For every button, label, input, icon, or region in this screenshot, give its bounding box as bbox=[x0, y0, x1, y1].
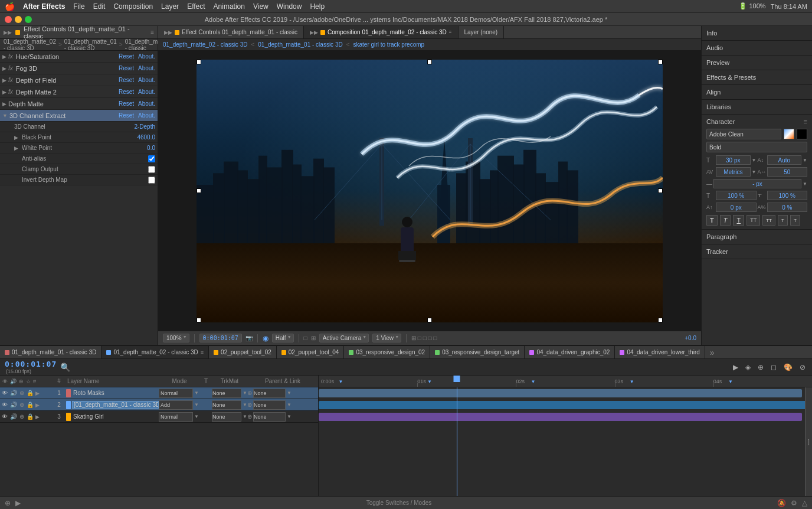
subscript-button[interactable]: T bbox=[790, 215, 800, 226]
comp-tab-composition[interactable]: ▶▶ Composition 01_depth_matte_02 - class… bbox=[304, 26, 458, 38]
timeline-tab-3[interactable]: 02_puppet_tool_02 bbox=[209, 346, 277, 358]
about-dm2[interactable]: About. bbox=[138, 89, 155, 95]
black-point-value[interactable]: 4600.0 bbox=[137, 134, 155, 141]
zoom-button[interactable]: 100% bbox=[163, 334, 189, 342]
tsume-value[interactable]: 0 % bbox=[767, 203, 808, 212]
layout-button[interactable]: 1 View bbox=[372, 334, 401, 342]
layer-1-audio[interactable]: 🔊 bbox=[9, 390, 18, 396]
expand-arrow-dm[interactable]: ▶ bbox=[2, 101, 6, 107]
menu-effect[interactable]: Effect bbox=[187, 2, 205, 11]
vertical-scale-value[interactable]: 100 % bbox=[716, 191, 757, 200]
channel-value[interactable]: 2-Depth bbox=[134, 123, 155, 130]
superscript-button[interactable]: T bbox=[778, 215, 788, 226]
paragraph-section[interactable]: Paragraph bbox=[702, 230, 812, 244]
comp-nav-item3[interactable]: skater girl to track precomp bbox=[353, 41, 425, 48]
invert-depth-checkbox[interactable] bbox=[148, 177, 155, 184]
caps-button[interactable]: TT bbox=[746, 215, 760, 226]
handle-tr[interactable] bbox=[658, 60, 663, 64]
layer-2-bar[interactable] bbox=[319, 401, 812, 409]
layer-2-solo[interactable]: ⊕ bbox=[19, 402, 25, 408]
timeline-tab-2[interactable]: 01_depth_matte_02 - classic 3D ≡ bbox=[102, 346, 209, 358]
layer-3-audio[interactable]: 🔊 bbox=[9, 413, 18, 420]
layer-2-lock[interactable]: 🔒 bbox=[26, 402, 34, 408]
layer-2-audio[interactable]: 🔊 bbox=[9, 402, 18, 408]
timeline-tab-7[interactable]: 04_data_driven_graphic_02 bbox=[525, 346, 615, 358]
anti-alias-checkbox[interactable] bbox=[148, 155, 155, 162]
menu-layer[interactable]: Layer bbox=[161, 2, 179, 11]
white-point-value[interactable]: 0.0 bbox=[147, 145, 155, 151]
about-fog[interactable]: About. bbox=[138, 65, 155, 71]
effect-3d-channel-extract[interactable]: ▼ 3D Channel Extract Reset About. bbox=[0, 110, 158, 122]
menu-animation[interactable]: Animation bbox=[214, 2, 245, 11]
font-size-value[interactable]: 30 px bbox=[716, 155, 751, 165]
layer-3-tikmat-select[interactable]: None bbox=[212, 412, 241, 422]
align-section[interactable]: Align bbox=[702, 85, 812, 100]
about-3dce[interactable]: About. bbox=[138, 112, 155, 119]
handle-tl[interactable] bbox=[197, 60, 201, 64]
playhead-line[interactable] bbox=[457, 387, 457, 496]
comp-tab-controls[interactable]: ▶▶ Effect Controls 01_depth_matte_01 - c… bbox=[158, 26, 304, 38]
about-dm[interactable]: About. bbox=[138, 100, 155, 107]
current-time[interactable]: 0:00:01:07 bbox=[5, 360, 57, 368]
reset-dof[interactable]: Reset bbox=[119, 77, 134, 83]
window-controls[interactable] bbox=[5, 16, 32, 23]
handle-mr[interactable] bbox=[658, 188, 663, 193]
layer-2-expand[interactable]: ▶ bbox=[35, 402, 40, 408]
reset-hue[interactable]: Reset bbox=[119, 53, 134, 60]
timeline-tab-6[interactable]: 03_responsive_design_target bbox=[430, 346, 525, 358]
layer-1-parent-select[interactable]: None bbox=[253, 389, 286, 398]
apple-menu[interactable]: 🍎 bbox=[5, 2, 15, 11]
expand-arrow-3dce[interactable]: ▼ bbox=[2, 113, 8, 119]
bold-button[interactable]: T bbox=[706, 215, 718, 226]
camera-view-button[interactable]: Active Camera bbox=[319, 334, 369, 342]
playback-icon[interactable]: ▶ bbox=[15, 499, 21, 507]
preview-btn-4[interactable]: ◻ bbox=[769, 363, 778, 371]
layer-1-lock[interactable]: 🔒 bbox=[26, 390, 34, 396]
layer-2-mode-select[interactable]: Add bbox=[159, 400, 193, 410]
layer-3-lock[interactable]: 🔒 bbox=[26, 413, 34, 420]
layer-3-bar[interactable] bbox=[319, 413, 802, 421]
reset-fog[interactable]: Reset bbox=[119, 65, 134, 71]
expand-arrow-fog[interactable]: ▶ bbox=[2, 66, 6, 71]
expand-arrow-dof[interactable]: ▶ bbox=[2, 77, 6, 83]
reset-dm[interactable]: Reset bbox=[119, 100, 134, 107]
preview-btn-2[interactable]: ◈ bbox=[744, 363, 752, 371]
effect-hue-saturation[interactable]: ▶ fx Hue/Saturation Reset About. bbox=[0, 51, 158, 63]
handle-ml[interactable] bbox=[197, 188, 201, 193]
kerning-value[interactable]: Metrics bbox=[716, 167, 751, 177]
composition-viewer[interactable] bbox=[158, 51, 701, 331]
audio-section[interactable]: Audio bbox=[702, 41, 812, 56]
search-icon[interactable]: 🔍 bbox=[60, 363, 70, 372]
info-section[interactable]: Info bbox=[702, 26, 812, 41]
reset-dm2[interactable]: Reset bbox=[119, 89, 134, 95]
preview-btn-6[interactable]: ⊘ bbox=[798, 363, 807, 371]
preview-btn-5[interactable]: 🎨 bbox=[782, 363, 794, 371]
expand-arrow[interactable]: ▶ bbox=[2, 54, 6, 60]
tracker-section[interactable]: Tracker bbox=[702, 244, 812, 259]
underline-button[interactable]: T bbox=[733, 215, 744, 226]
menu-edit[interactable]: Edit bbox=[93, 2, 106, 11]
more-tabs-button[interactable]: » bbox=[705, 348, 719, 357]
layer-3-mode-select[interactable]: Normal bbox=[159, 412, 193, 422]
layer-3-parent-select[interactable]: None bbox=[253, 412, 286, 422]
layer-3-vis[interactable]: 👁 bbox=[1, 413, 8, 420]
maximize-button[interactable] bbox=[25, 16, 32, 23]
timeline-tab-8[interactable]: 04_data_driven_lower_third bbox=[615, 346, 705, 358]
expand-wp[interactable]: ▶ bbox=[14, 145, 18, 151]
menu-file[interactable]: File bbox=[73, 2, 84, 11]
comp-nav-item1[interactable]: 01_depth_matte_02 - classic 3D bbox=[163, 41, 247, 48]
about-hue[interactable]: About. bbox=[138, 53, 155, 60]
effect-depth-matte[interactable]: ▶ Depth Matte Reset About. bbox=[0, 98, 158, 110]
breadcrumb-item-1[interactable]: 01_depth_matte_02 - classic 3D bbox=[4, 39, 56, 51]
layer-1-vis[interactable]: 👁 bbox=[1, 390, 8, 396]
clamp-output-checkbox[interactable] bbox=[148, 166, 155, 173]
handle-br[interactable] bbox=[658, 318, 663, 322]
breadcrumb-item-3[interactable]: 01_depth_matte_01 - classic bbox=[125, 39, 158, 51]
render-queue-icon[interactable]: ⊕ bbox=[5, 499, 11, 507]
font-weight-select[interactable]: Bold bbox=[706, 142, 807, 152]
layer-3-solo[interactable]: ⊕ bbox=[19, 413, 25, 420]
effect-depth-matte-2[interactable]: ▶ fx Depth Matte 2 Reset About. bbox=[0, 86, 158, 98]
italic-button[interactable]: T bbox=[720, 215, 731, 226]
handle-tm[interactable] bbox=[427, 60, 432, 64]
character-menu-icon[interactable]: ≡ bbox=[804, 118, 807, 125]
